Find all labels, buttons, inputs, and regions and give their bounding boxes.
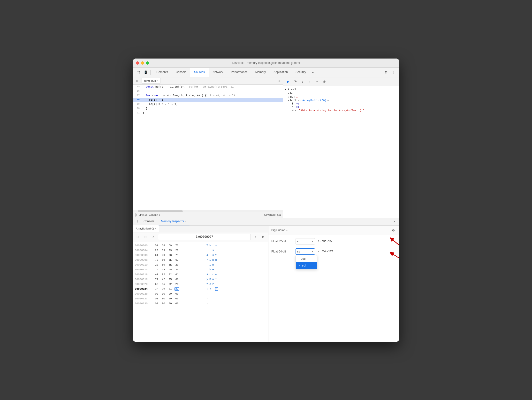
tab-application[interactable]: Application (270, 67, 292, 77)
element-picker-icon[interactable]: ⬚ (135, 69, 142, 76)
tab-console[interactable]: Console (172, 67, 190, 77)
source-filename: demo-js.js (144, 79, 156, 82)
step-over-button[interactable]: ↷ (292, 78, 298, 85)
bottom-tab-bar: ⋮ Console Memory Inspector × × (133, 218, 399, 226)
float32-row: Float 32-bit sci ▾ 1.78e-15 (271, 238, 396, 244)
float64-format-selector[interactable]: sci ▾ (296, 248, 315, 255)
titlebar: DevTools - memory-inspector.glitch.me/de… (133, 59, 399, 68)
close-drawer-button[interactable]: × (391, 219, 397, 224)
dropdown-dec-label: dec (301, 257, 305, 260)
scope-b2[interactable]: ▶ b2: … (285, 95, 397, 99)
step-button[interactable]: → (314, 78, 320, 85)
buffer-tab-bar: ArrayBuffer(60) × (133, 226, 268, 232)
horizontal-scrollbar[interactable] (133, 210, 283, 212)
settings-icon[interactable]: ⚙ (383, 69, 389, 76)
dropdown-option-dec[interactable]: dec (296, 255, 317, 262)
hex-row-4: 00000004 20 69 73 20 i s (133, 248, 268, 253)
endian-dropdown-arrow: ▾ (286, 229, 288, 232)
maximize-button[interactable] (146, 61, 149, 65)
code-line-20: 20 } (133, 106, 283, 111)
dropdown-option-sci[interactable]: ✓ sci (296, 262, 317, 269)
scope-buffer[interactable]: ▶ buffer: ArrayBuffer(60) ⊞ (285, 99, 397, 102)
main-toolbar: ⬚ 📱 Elements Console Sources Network Per… (133, 68, 399, 77)
debugger-panel: ▶ ↷ ↓ ↑ → ⊘ ⏸ ▼ Local ▶ b1: … (283, 77, 399, 218)
file-tree-icon[interactable]: ▷ (134, 77, 141, 84)
source-tab-close[interactable]: × (157, 80, 158, 82)
red-arrow-2 (389, 251, 399, 260)
deactivate-breakpoints-button[interactable]: ⊘ (321, 78, 327, 85)
close-button[interactable] (136, 61, 139, 65)
device-toolbar-icon[interactable]: 📱 (142, 69, 149, 76)
tab-performance[interactable]: Performance (227, 67, 251, 77)
pause-on-exceptions-button[interactable]: ⏸ (328, 78, 335, 85)
memory-inspector-tab-close[interactable]: × (185, 220, 187, 223)
nav-prev-button[interactable]: ‹ (150, 234, 156, 240)
float64-format-arrow: ▾ (312, 250, 313, 253)
memory-inspector-content: ArrayBuffer(60) × ↺ ↻ ‹ › ↺ (133, 226, 399, 342)
nav-next-button[interactable]: › (253, 234, 258, 240)
inspector-settings-icon[interactable]: ⚙ (390, 227, 396, 233)
scope-str: str: "This is a string in the ArrayBuffe… (285, 109, 397, 112)
source-tab-bar: ▷ demo-js.js × ▷ (133, 77, 283, 85)
buffer-tab-close[interactable]: × (155, 227, 156, 230)
main-tab-bar: Elements Console Sources Network Perform… (152, 67, 382, 77)
scope-b1[interactable]: ▶ b1: … (285, 92, 397, 95)
float64-label: Float 64-bit (271, 250, 296, 253)
float32-format-arrow: ▾ (312, 240, 313, 243)
float64-value: 7.75e-121 (318, 250, 334, 253)
dropdown-sci-label: sci (302, 264, 306, 267)
hex-row-30: 00000030 00 00 00 00 · · · (133, 301, 268, 306)
address-input[interactable] (158, 234, 251, 240)
step-into-button[interactable]: ↓ (299, 78, 306, 85)
tab-network[interactable]: Network (209, 67, 227, 77)
more-tabs-icon[interactable]: » (310, 67, 316, 77)
minimize-button[interactable] (141, 61, 144, 65)
value-inspector: Big Endian ▾ ⚙ Float 32-bit sci ▾ (268, 226, 399, 342)
inspector-header: Big Endian ▾ ⚙ (268, 226, 399, 235)
code-area: 15 const buffer = b1.buffer; buffer = Ar… (133, 85, 283, 210)
resume-button[interactable]: ▶ (285, 78, 291, 85)
scope-n: n: 60 (285, 105, 397, 109)
step-out-button[interactable]: ↑ (307, 78, 313, 85)
hex-row-24: 00000024 3A 29 21 27 : ) ! (133, 287, 268, 291)
source-file-tab[interactable]: demo-js.js × (142, 78, 160, 84)
hex-row-1c: 0000001C 79 42 75 66 y B u (133, 277, 268, 282)
status-bar: {} Line 18, Column 5 Coverage: n/a (133, 212, 283, 218)
local-scope: ▼ Local ▶ b1: … ▶ b2: … ▶ (285, 88, 397, 112)
float32-label: Float 32-bit (271, 240, 296, 243)
float32-format-value: sci (297, 240, 300, 243)
hex-row-8: 00000008 61 20 73 74 a s (133, 253, 268, 258)
code-line-18: 18 b1[i] = i; (133, 98, 283, 102)
hex-row-14: 00000014 74 68 65 20 t h e (133, 267, 268, 272)
drawer-menu-icon[interactable]: ⋮ (135, 219, 140, 224)
hex-row-2c: 0000002C 00 00 00 00 · · · (133, 296, 268, 301)
devtools-body: ⬚ 📱 Elements Console Sources Network Per… (133, 68, 399, 342)
scope-i: i: 40 (285, 102, 397, 105)
endian-selector[interactable]: Big Endian ▾ (271, 229, 288, 232)
format-dropdown-menu: dec ✓ sci (296, 255, 317, 269)
refresh-button[interactable]: ↺ (260, 234, 266, 240)
code-line-16: 16 (133, 89, 283, 93)
tab-elements[interactable]: Elements (152, 67, 172, 77)
tab-sources[interactable]: Sources (190, 67, 209, 77)
tab-console-bottom[interactable]: Console (141, 218, 157, 225)
window-title: DevTools - memory-inspector.glitch.me/de… (232, 61, 300, 65)
nav-back-button[interactable]: ↺ (135, 234, 141, 240)
main-content: ▷ demo-js.js × ▷ 15 const buffer = b1.bu… (133, 77, 399, 218)
tab-memory[interactable]: Memory (251, 67, 270, 77)
arraybuffer-tab[interactable]: ArrayBuffer(60) × (133, 225, 159, 232)
customize-icon[interactable]: ⋮ (390, 69, 397, 76)
tab-memory-inspector[interactable]: Memory Inspector × (158, 218, 190, 225)
hex-row-18: 00000018 41 72 72 61 A r r (133, 272, 268, 277)
float32-format-selector[interactable]: sci ▾ (296, 238, 315, 244)
source-run-button[interactable]: ▷ (276, 78, 282, 83)
hex-row-10: 00000010 20 69 6E 20 i n (133, 262, 268, 267)
coverage-status: Coverage: n/a (264, 213, 281, 216)
red-arrow-1 (389, 236, 399, 246)
tab-security[interactable]: Security (292, 67, 310, 77)
float32-value: 1.78e-15 (318, 240, 332, 243)
toolbar-right: ⚙ ⋮ (383, 69, 397, 76)
hex-row-28: 00000028 00 00 00 00 · · · (133, 291, 268, 296)
memory-nav-bar: ↺ ↻ ‹ › ↺ (133, 232, 268, 242)
nav-forward-button[interactable]: ↻ (143, 234, 148, 240)
